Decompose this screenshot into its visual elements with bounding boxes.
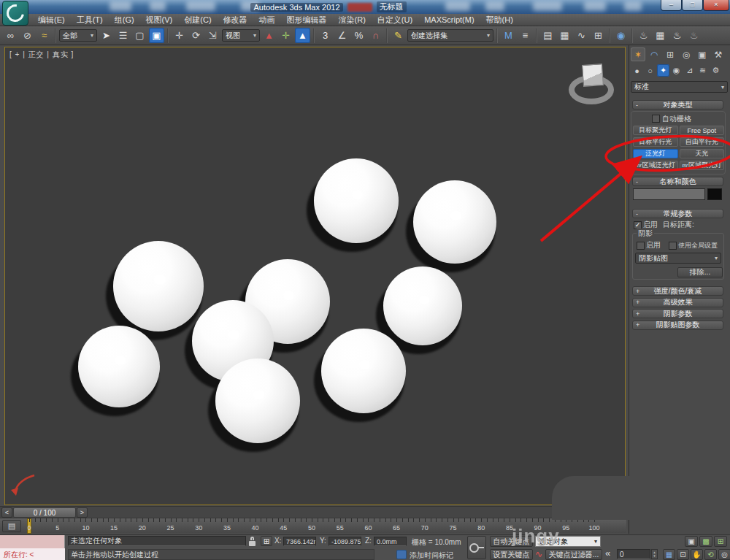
object-type-button-1[interactable]: 目标聚光灯 xyxy=(633,126,678,135)
rollout-general-parameters[interactable]: - 常规参数 xyxy=(632,209,723,218)
menu-item-8[interactable]: 图形编辑器 xyxy=(281,15,333,26)
menu-item-5[interactable]: 创建(C) xyxy=(178,15,217,26)
menu-item-9[interactable]: 渲染(R) xyxy=(333,15,372,26)
macro-recorder-field[interactable] xyxy=(0,535,65,548)
category-space-warps[interactable]: ≋ xyxy=(696,64,709,77)
go-to-start-icon[interactable]: « xyxy=(605,548,610,559)
category-lights[interactable]: ✦ xyxy=(657,64,669,77)
curve-editor-icon[interactable]: ∿ xyxy=(574,28,589,43)
viewcube-icon[interactable] xyxy=(582,64,604,87)
rollout-name-and-color[interactable]: - 名称和颜色 xyxy=(632,177,723,186)
category-systems[interactable]: ⚙ xyxy=(710,64,722,77)
frame-spinner[interactable]: ▴ ▾ xyxy=(651,549,658,559)
zoom-extents-icon[interactable]: ▣ xyxy=(685,536,698,547)
select-and-move-icon[interactable]: ✛ xyxy=(172,28,187,43)
menu-item-12[interactable]: 帮助(H) xyxy=(480,15,519,26)
select-and-manipulate-icon[interactable]: ✛ xyxy=(278,28,293,43)
category-cameras[interactable]: ◉ xyxy=(670,64,683,77)
tab-motion[interactable]: ◎ xyxy=(679,47,694,61)
sphere-object-5[interactable] xyxy=(383,266,462,345)
sphere-object-9[interactable] xyxy=(215,358,300,443)
select-and-scale-icon[interactable]: ⇲ xyxy=(205,28,220,43)
time-slider-handle[interactable]: 0 / 100 xyxy=(13,507,76,518)
shadow-type-dropdown[interactable]: 阴影贴图 ▾ xyxy=(635,253,721,264)
key-filters-button[interactable]: 关键点过滤器... xyxy=(545,549,602,560)
time-slider-track[interactable]: < 0 / 100 > xyxy=(0,506,626,518)
tab-create[interactable]: ✶ xyxy=(631,47,645,61)
select-by-name-icon[interactable]: ☰ xyxy=(115,28,131,43)
absolute-offset-mode-icon[interactable]: ⊞ xyxy=(261,536,272,546)
rollout-object-type[interactable]: - 对象类型 xyxy=(632,100,723,110)
rendered-frame-window-icon[interactable]: ▦ xyxy=(653,28,668,43)
rectangular-selection-region-icon[interactable]: ▢ xyxy=(132,28,147,43)
window-crossing-icon[interactable]: ▣ xyxy=(149,28,164,43)
zoom-extents-all-icon[interactable]: ⊞ xyxy=(714,536,727,547)
object-type-button-8[interactable]: mr区域聚光灯 xyxy=(680,161,725,170)
bind-to-space-warp-icon[interactable]: ≈ xyxy=(36,28,52,43)
rollout-collapsed-3[interactable]: +阴影参数 xyxy=(632,309,723,318)
layer-manager-icon[interactable]: ▤ xyxy=(540,28,556,43)
named-selection-set-dropdown[interactable]: 创建选择集▾ xyxy=(407,29,493,42)
time-tag-icon[interactable] xyxy=(396,550,407,559)
sphere-object-7[interactable] xyxy=(78,326,160,407)
application-menu-button[interactable] xyxy=(2,1,28,26)
pan-hand-icon[interactable]: ✋ xyxy=(691,549,703,560)
autogrid-checkbox[interactable] xyxy=(652,115,660,123)
sphere-object-2[interactable] xyxy=(413,180,496,264)
zoom-extents-selected-icon[interactable]: ▩ xyxy=(699,536,712,547)
object-type-button-5[interactable]: 泛光灯 xyxy=(633,149,678,158)
add-time-tag[interactable]: 添加时间标记 xyxy=(410,551,453,560)
tab-hierarchy[interactable]: ⊞ xyxy=(663,47,677,61)
sphere-object-8[interactable] xyxy=(321,329,406,413)
zoom-region-icon[interactable]: ⊡ xyxy=(677,549,689,560)
category-shapes[interactable]: ○ xyxy=(644,64,656,77)
render-iterative-icon[interactable]: ♨ xyxy=(686,28,702,43)
maximize-button[interactable]: □ xyxy=(682,0,703,11)
menu-item-11[interactable]: MAXScript(M) xyxy=(418,15,480,24)
y-coordinate-field[interactable]: -1089.875m xyxy=(328,537,361,546)
tab-modify[interactable]: ◠ xyxy=(647,47,661,61)
menu-item-3[interactable]: 组(G) xyxy=(109,15,140,26)
object-name-input[interactable] xyxy=(633,188,705,200)
menu-item-4[interactable]: 视图(V) xyxy=(140,15,179,26)
snaps-toggle-icon[interactable]: 3 xyxy=(318,28,333,43)
object-type-button-7[interactable]: mr区域泛光灯 xyxy=(633,161,678,170)
use-pivot-point-center-icon[interactable]: ▲ xyxy=(261,28,277,43)
x-coordinate-field[interactable]: 7366.142m xyxy=(283,537,316,546)
maxscript-listener-field[interactable]: 所在行: < xyxy=(0,548,65,560)
menu-item-10[interactable]: 自定义(U) xyxy=(372,15,418,26)
menu-item-7[interactable]: 动画 xyxy=(253,15,281,26)
reference-coordinate-dropdown[interactable]: 视图▾ xyxy=(222,29,260,42)
render-setup-icon[interactable]: ♨ xyxy=(636,28,651,43)
schematic-view-icon[interactable]: ⊞ xyxy=(591,28,606,43)
next-frame-button[interactable]: > xyxy=(77,507,88,518)
viewport-label[interactable]: [ + | 正交 | 真实 ] xyxy=(9,50,74,60)
set-key-button[interactable]: 设置关键点 xyxy=(490,549,533,560)
light-type-dropdown[interactable]: 标准 ▾ xyxy=(631,81,728,93)
current-frame-field[interactable]: 0 xyxy=(617,549,650,559)
field-of-view-icon[interactable]: ◎ xyxy=(718,549,730,560)
viewport[interactable]: [ + | 正交 | 真实 ] xyxy=(4,47,626,505)
shadow-enable-checkbox[interactable] xyxy=(637,242,645,250)
previous-frame-button[interactable]: < xyxy=(1,507,12,518)
category-helpers[interactable]: ⊿ xyxy=(683,64,696,77)
exclude-button[interactable]: 排除... xyxy=(677,267,723,277)
select-object-icon[interactable]: ➤ xyxy=(99,28,114,43)
orbit-icon[interactable]: ⟲ xyxy=(704,549,717,560)
mini-curve-editor-icon[interactable]: ▤ xyxy=(2,520,21,532)
select-and-link-icon[interactable]: ∞ xyxy=(3,28,18,43)
mirror-icon[interactable]: M xyxy=(501,28,516,43)
object-type-button-6[interactable]: 天光 xyxy=(680,149,725,158)
key-mode-curve-icon[interactable]: ∿ xyxy=(535,549,542,559)
tab-display[interactable]: ▣ xyxy=(695,47,710,61)
graphite-modeling-icon[interactable]: ▦ xyxy=(557,28,572,43)
rollout-collapsed-4[interactable]: +阴影贴图参数 xyxy=(632,321,723,330)
percent-snap-icon[interactable]: % xyxy=(351,28,366,43)
menu-item-1[interactable]: 编辑(E) xyxy=(32,15,71,26)
sphere-object-1[interactable] xyxy=(314,158,399,243)
set-key-icon[interactable] xyxy=(467,536,486,559)
keyboard-shortcut-override-icon[interactable]: ▲ xyxy=(295,28,310,43)
minimize-button[interactable]: – xyxy=(661,0,682,11)
z-coordinate-field[interactable]: 0.0mm xyxy=(374,537,407,546)
menu-item-6[interactable]: 修改器 xyxy=(218,15,253,26)
